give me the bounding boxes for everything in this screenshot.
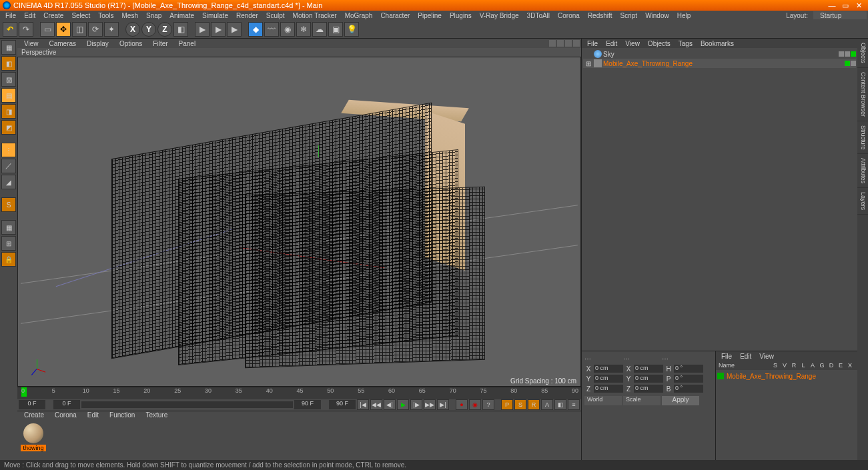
obj-file[interactable]: File <box>583 40 602 47</box>
menu-motiontracker[interactable]: Motion Tracker <box>289 12 341 19</box>
live-select-button[interactable]: ▭ <box>40 22 55 37</box>
pos-y-input[interactable]: 0 cm <box>594 375 623 383</box>
axis-mode-button[interactable]: ◩ <box>1 120 16 135</box>
rtab-objects[interactable]: Objects <box>857 39 868 68</box>
menu-render[interactable]: Render <box>232 12 262 19</box>
vp-icon4[interactable] <box>573 40 580 47</box>
attr-file[interactable]: File <box>717 353 736 360</box>
mat-edit[interactable]: Edit <box>82 411 104 421</box>
attr-col-e[interactable]: E <box>836 362 845 369</box>
menu-animate[interactable]: Animate <box>165 12 198 19</box>
coord-system-button[interactable]: ◧ <box>173 22 188 37</box>
mat-create[interactable]: Create <box>19 411 49 421</box>
size-y-input[interactable]: 0 cm <box>634 375 663 383</box>
polygon-mode-button[interactable]: ◢ <box>1 175 16 189</box>
make-editable-button[interactable]: ▦ <box>1 40 16 55</box>
menu-mesh[interactable]: Mesh <box>118 12 142 19</box>
size-x-input[interactable]: 0 cm <box>634 365 663 373</box>
timeline-ruler[interactable]: 051015202530354045505560657075808590 <box>17 387 581 399</box>
time-current2-input[interactable]: 90 F <box>294 400 321 409</box>
object-row-sky[interactable]: Sky <box>583 49 856 59</box>
mat-texture[interactable]: Texture <box>140 411 173 421</box>
menu-script[interactable]: Script <box>616 12 642 19</box>
menu-corona[interactable]: Corona <box>554 12 584 19</box>
menu-3dtoall[interactable]: 3DToAll <box>523 12 554 19</box>
coord-apply-button[interactable]: Apply <box>662 396 699 405</box>
rot-p-input[interactable]: 0 ° <box>674 375 703 383</box>
light-button[interactable]: 💡 <box>344 22 359 37</box>
attr-col-x[interactable]: X <box>845 362 855 369</box>
expand-icon[interactable]: ⊞ <box>586 60 592 67</box>
attr-col-r[interactable]: R <box>789 362 799 369</box>
menu-edit[interactable]: Edit <box>20 12 39 19</box>
scene-object[interactable] <box>98 104 472 371</box>
viewport-solo-button[interactable]: ▦ <box>1 220 16 235</box>
camera-button[interactable]: ▣ <box>328 22 343 37</box>
menu-sculpt[interactable]: Sculpt <box>262 12 289 19</box>
viewport[interactable]: Grid Spacing : 100 cm <box>17 57 581 387</box>
attr-col-d[interactable]: D <box>827 362 836 369</box>
time-end-input[interactable]: 90 F <box>329 400 356 409</box>
obj-edit[interactable]: Edit <box>602 40 621 47</box>
obj-view[interactable]: View <box>621 40 644 47</box>
environment-button[interactable]: ☁ <box>312 22 327 37</box>
y-axis-button[interactable]: Y <box>141 22 156 37</box>
texture-mode-button[interactable]: ▨ <box>1 72 16 87</box>
mat-function[interactable]: Function <box>104 411 140 421</box>
menu-tools[interactable]: Tools <box>94 12 117 19</box>
obj-tags[interactable]: Tags <box>675 40 697 47</box>
pos-z-input[interactable]: 0 cm <box>594 385 623 393</box>
vp-filter[interactable]: Filter <box>147 40 173 47</box>
locked-workplane-button[interactable]: 🔒 <box>1 252 16 267</box>
object-tree[interactable]: Sky ⊞ Mobile_Axe_Throwing_Range <box>582 48 857 351</box>
rtab-attributes[interactable]: Attributes <box>857 154 868 188</box>
z-axis-button[interactable]: Z <box>157 22 172 37</box>
point-mode-button[interactable]: ⋮ <box>1 143 16 157</box>
coord-world-select[interactable]: World <box>584 396 622 405</box>
render-picture-button[interactable]: ▶ <box>227 22 242 37</box>
play-button[interactable]: ▶ <box>397 399 409 410</box>
model-mode-button[interactable]: ◧ <box>1 56 16 71</box>
attr-col-l[interactable]: L <box>799 362 808 369</box>
vp-icon3[interactable] <box>565 40 572 47</box>
spline-button[interactable]: 〰 <box>264 22 279 37</box>
edge-mode-button[interactable]: ／ <box>1 159 16 173</box>
close-button[interactable]: ✕ <box>852 1 865 10</box>
size-z-input[interactable]: 0 cm <box>634 385 663 393</box>
menu-window[interactable]: Window <box>641 12 673 19</box>
menu-vray[interactable]: V-Ray Bridge <box>476 12 523 19</box>
mat-corona[interactable]: Corona <box>49 411 82 421</box>
key-rot-button[interactable]: R <box>528 399 540 410</box>
recent-tool-button[interactable]: ✦ <box>104 22 119 37</box>
render-view-button[interactable]: ▶ <box>195 22 209 37</box>
material-item[interactable]: thowing <box>20 423 47 457</box>
rtab-content[interactable]: Content Browser <box>857 68 868 121</box>
menu-help[interactable]: Help <box>673 12 695 19</box>
render-region-button[interactable]: ▶ <box>211 22 226 37</box>
generator-button[interactable]: ◉ <box>280 22 295 37</box>
time-start-input[interactable]: 0 F <box>19 400 45 409</box>
vp-view[interactable]: View <box>19 40 44 47</box>
rtab-structure[interactable]: Structure <box>857 121 868 155</box>
enable-axis-button[interactable]: S <box>1 197 16 212</box>
workplane-button[interactable]: ▤ <box>1 88 16 103</box>
attr-col-v[interactable]: V <box>780 362 789 369</box>
obj-objects[interactable]: Objects <box>644 40 675 47</box>
vp-options[interactable]: Options <box>114 40 147 47</box>
attr-edit[interactable]: Edit <box>736 353 755 360</box>
attr-col-a[interactable]: A <box>808 362 817 369</box>
snap-button[interactable]: ⊞ <box>1 236 16 251</box>
coord-scale-select[interactable]: Scale <box>623 396 661 405</box>
rot-b-input[interactable]: 0 ° <box>674 385 703 393</box>
prev-key-button[interactable]: ◀◀ <box>370 399 382 410</box>
menu-mograph[interactable]: MoGraph <box>341 12 377 19</box>
goto-end-button[interactable]: ▶| <box>437 399 449 410</box>
rot-h-input[interactable]: 0 ° <box>674 365 703 373</box>
menu-select[interactable]: Select <box>67 12 94 19</box>
move-button[interactable]: ✥ <box>56 22 71 37</box>
time-range-slider[interactable] <box>81 401 293 408</box>
key-pos-button[interactable]: P <box>501 399 513 410</box>
menu-pipeline[interactable]: Pipeline <box>414 12 446 19</box>
timeline[interactable]: 051015202530354045505560657075808590 <box>17 387 581 399</box>
vp-icon2[interactable] <box>557 40 564 47</box>
